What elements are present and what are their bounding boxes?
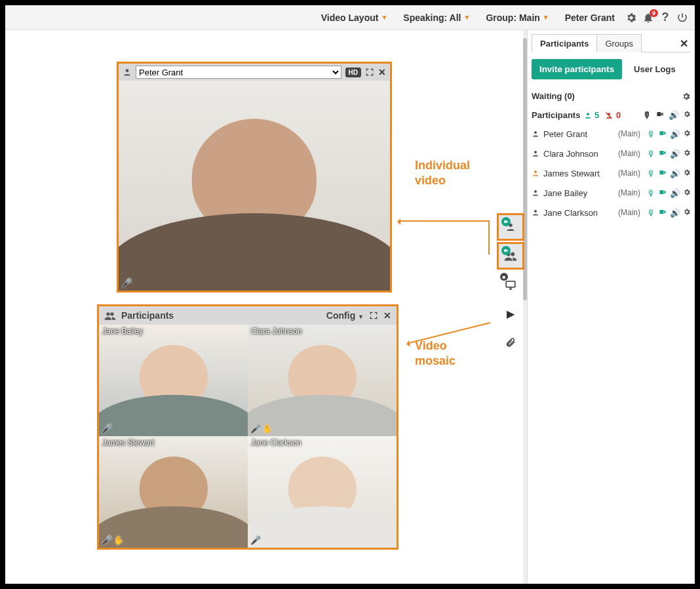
camera-dot-icon — [501, 246, 511, 255]
mic-active-icon: 🎤 — [121, 278, 132, 288]
tab-groups[interactable]: Groups — [596, 34, 642, 52]
header-bulk-controls: 🎙 🔊 — [643, 110, 691, 120]
speaker-icon[interactable]: 🔊 — [670, 149, 680, 159]
individual-video-stream[interactable]: 🎤 — [119, 81, 390, 291]
participants-header-label: Participants — [532, 110, 580, 120]
caret-down-icon: ▼ — [358, 314, 364, 320]
btn-attachment[interactable] — [499, 331, 522, 354]
video-placeholder — [119, 81, 390, 291]
participants-icon — [104, 311, 116, 320]
present-count: 5 — [584, 110, 599, 120]
svg-point-13 — [534, 190, 537, 193]
svg-rect-6 — [506, 281, 515, 287]
tile-name: Jane Bailey — [102, 327, 143, 336]
tile-name: James Stewart — [102, 438, 154, 447]
participant-row[interactable]: James Stewart(Main)🎙🔊 — [532, 163, 691, 183]
camera-icon[interactable] — [655, 110, 665, 120]
user-icon — [532, 189, 541, 197]
invite-participants-button[interactable]: Invite participants — [532, 59, 622, 79]
participant-select[interactable]: Peter Grant — [136, 66, 341, 79]
mic-icon[interactable]: 🎙 — [643, 110, 651, 120]
top-bar: Video Layout ▼ Speaking: All ▼ Group: Ma… — [5, 5, 695, 30]
camera-icon[interactable] — [658, 149, 667, 159]
tile-name: Clara Johnson — [251, 327, 301, 336]
video-mosaic-panel: Participants Config ▼ ✕ Jane Bailey🎤 Cla… — [97, 304, 399, 550]
video-tile[interactable]: Jane Clarkson🎤 — [248, 436, 397, 548]
participant-name: Jane Bailey — [543, 188, 587, 198]
video-placeholder — [99, 325, 248, 436]
video-tile[interactable]: James Stewart🎤✋ — [99, 436, 248, 548]
svg-point-10 — [534, 131, 537, 134]
raised-count: 0 — [604, 110, 621, 120]
mic-active-icon: 🎤 — [250, 535, 261, 545]
power-icon[interactable] — [675, 12, 690, 24]
config-label: Config — [326, 310, 355, 321]
video-tile[interactable]: Jane Bailey🎤 — [99, 325, 248, 436]
close-icon[interactable]: ✕ — [378, 67, 386, 77]
speaker-icon[interactable]: 🔊 — [670, 129, 680, 139]
tab-participants[interactable]: Participants — [532, 34, 597, 52]
menu-video-layout[interactable]: Video Layout ▼ — [315, 5, 395, 30]
btn-add-individual-video[interactable] — [499, 215, 522, 239]
participant-row[interactable]: Peter Grant(Main)🎙🔊 — [532, 124, 691, 144]
menu-group-label: Group: Main — [486, 12, 539, 23]
btn-share-screen[interactable]: ■ — [499, 273, 522, 296]
gear-icon[interactable] — [683, 149, 691, 159]
gear-icon[interactable] — [683, 208, 691, 218]
video-tile[interactable]: Clara Johnson🎤✋ — [248, 325, 397, 436]
app-frame: Video Layout ▼ Speaking: All ▼ Group: Ma… — [0, 0, 700, 589]
user-icon — [532, 130, 541, 138]
mic-icon[interactable]: 🎙 — [647, 188, 655, 198]
speaker-icon[interactable]: 🔊 — [670, 188, 680, 198]
participant-row[interactable]: Jane Clarkson(Main)🎙🔊 — [532, 203, 691, 222]
fullscreen-icon[interactable] — [369, 311, 378, 320]
menu-current-user[interactable]: Peter Grant — [558, 5, 621, 30]
mic-icon[interactable]: 🎙 — [647, 149, 655, 159]
camera-icon[interactable] — [658, 188, 667, 198]
mic-icon[interactable]: 🎙 — [647, 129, 655, 139]
menu-group[interactable]: Group: Main ▼ — [479, 5, 555, 30]
caret-down-icon: ▼ — [381, 14, 387, 21]
svg-point-1 — [106, 312, 109, 315]
annotation-video-mosaic: Video mosaic — [415, 338, 456, 368]
gear-icon[interactable] — [682, 92, 691, 101]
svg-point-11 — [534, 151, 537, 153]
user-logs-link[interactable]: User Logs — [634, 64, 676, 74]
video-mosaic-title: Participants — [121, 310, 174, 321]
fullscreen-icon[interactable] — [365, 68, 374, 77]
user-icon — [532, 209, 541, 216]
btn-play[interactable]: ▶ — [499, 302, 522, 325]
speaker-icon[interactable]: 🔊 — [670, 208, 680, 218]
mic-icon[interactable]: 🎙 — [647, 208, 655, 218]
participants-list: Peter Grant(Main)🎙🔊Clara Johnson(Main)🎙🔊… — [532, 124, 691, 222]
individual-video-header: Peter Grant HD ✕ — [119, 64, 390, 81]
gear-icon[interactable] — [683, 188, 691, 198]
speaker-icon[interactable]: 🔊 — [669, 110, 679, 120]
participant-row[interactable]: Clara Johnson(Main)🎙🔊 — [532, 144, 691, 163]
user-icon — [532, 169, 541, 177]
settings-icon[interactable] — [624, 12, 638, 24]
participant-row[interactable]: Jane Bailey(Main)🎙🔊 — [532, 183, 691, 203]
notifications-icon[interactable]: 9 — [641, 12, 655, 24]
camera-icon[interactable] — [658, 169, 667, 178]
mic-active-icon: 🎤 — [102, 424, 112, 434]
hd-badge: HD — [345, 68, 361, 77]
gear-icon[interactable] — [683, 169, 691, 178]
menu-speaking[interactable]: Speaking: All ▼ — [397, 5, 476, 30]
user-icon — [532, 150, 541, 157]
video-placeholder — [248, 325, 397, 436]
mic-icon[interactable]: 🎙 — [647, 169, 655, 178]
camera-icon[interactable] — [658, 129, 667, 139]
config-dropdown[interactable]: Config ▼ — [326, 310, 364, 321]
help-icon[interactable]: ? — [658, 10, 672, 24]
close-icon[interactable]: ✕ — [677, 37, 691, 50]
caret-down-icon: ▼ — [464, 14, 471, 21]
gear-icon[interactable] — [683, 110, 691, 120]
video-placeholder — [248, 436, 397, 548]
btn-add-video-mosaic[interactable] — [499, 244, 522, 268]
camera-icon[interactable] — [658, 208, 667, 218]
close-icon[interactable]: ✕ — [383, 310, 391, 321]
speaker-icon[interactable]: 🔊 — [670, 169, 680, 178]
screen-dot-icon: ■ — [500, 273, 508, 281]
gear-icon[interactable] — [683, 129, 691, 139]
